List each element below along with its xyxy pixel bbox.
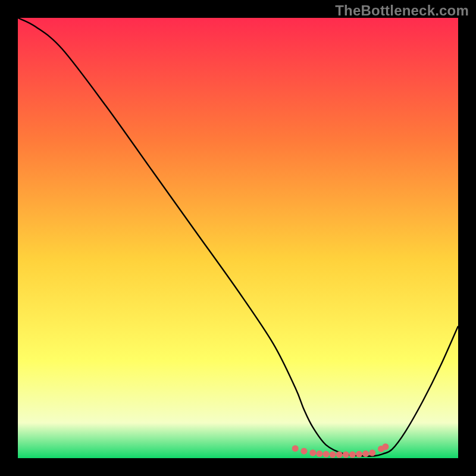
optimal-dot bbox=[323, 451, 330, 458]
chart-svg bbox=[18, 18, 458, 458]
optimal-dot bbox=[369, 450, 375, 456]
optimal-dot bbox=[309, 450, 316, 456]
optimal-dot bbox=[382, 443, 389, 450]
optimal-dot bbox=[301, 448, 308, 455]
plot-area bbox=[18, 18, 458, 458]
optimal-dot bbox=[292, 445, 299, 452]
optimal-dot bbox=[349, 452, 356, 458]
optimal-dot bbox=[343, 452, 349, 458]
optimal-dot bbox=[330, 452, 336, 458]
optimal-dot bbox=[316, 450, 322, 457]
optimal-dot bbox=[356, 451, 362, 458]
watermark-text: TheBottleneck.com bbox=[335, 2, 469, 19]
gradient-background bbox=[18, 18, 458, 458]
chart-frame: TheBottleneck.com bbox=[0, 0, 476, 476]
optimal-dot bbox=[362, 450, 369, 457]
optimal-dot bbox=[336, 452, 343, 458]
